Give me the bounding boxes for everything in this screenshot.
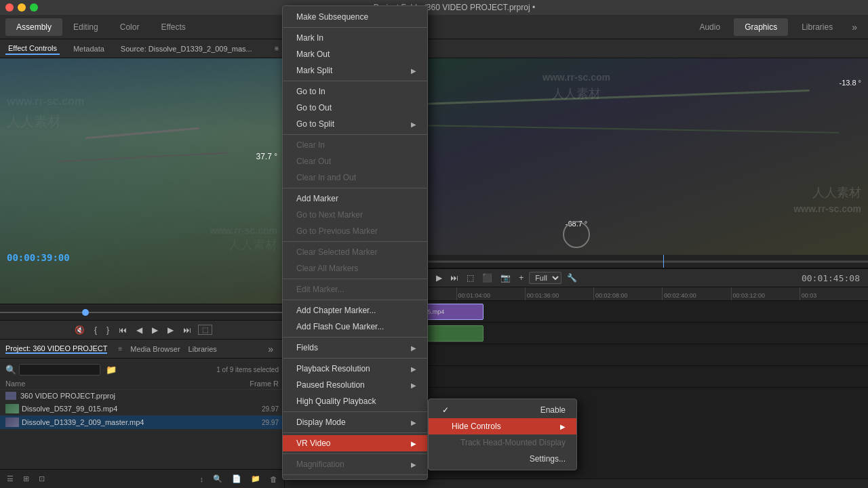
- close-button[interactable]: [5, 3, 14, 12]
- col-name-header: Name: [5, 380, 238, 388]
- source-play-btn[interactable]: ▶: [149, 324, 161, 336]
- project-search-input[interactable]: [19, 364, 100, 375]
- project-list-view[interactable]: ☰: [4, 473, 16, 485]
- source-panel-menu[interactable]: ≡: [275, 45, 279, 52]
- project-freeform-view[interactable]: ⊡: [36, 473, 47, 485]
- source-timeline[interactable]: [0, 304, 284, 320]
- source-insert-btn[interactable]: ⬚: [198, 325, 212, 335]
- source-go-prev-btn[interactable]: ⏮: [116, 324, 130, 336]
- menu-go-to-split[interactable]: Go to Split▶: [283, 116, 427, 132]
- project-file-icon: [5, 392, 16, 400]
- source-panel-header: Effect Controls Metadata Source: Dissolv…: [0, 39, 284, 58]
- ruler-mark-3: 00:01:36:00: [525, 287, 593, 300]
- tab-assembly[interactable]: Assembly: [5, 18, 62, 36]
- menu-make-subsequence[interactable]: Make Subsequence: [283, 9, 427, 25]
- menu-mark-split[interactable]: Mark Split▶: [283, 62, 427, 79]
- menu-display-mode[interactable]: Display Mode▶: [283, 414, 427, 430]
- tab-project[interactable]: Project: 360 VIDEO PROJECT: [5, 344, 107, 354]
- tab-libraries[interactable]: Libraries: [189, 345, 217, 353]
- project-item-name-2: Dissolve_D1339_2_009_master.mp4: [22, 418, 144, 426]
- sequence-scrollbar[interactable]: [285, 479, 868, 488]
- menu-hq-playback[interactable]: High Quality Playback: [283, 393, 427, 409]
- source-timeline-head[interactable]: [82, 309, 89, 316]
- project-menu-btn[interactable]: ≡: [118, 345, 122, 352]
- program-extract-btn[interactable]: ⬛: [479, 272, 495, 284]
- vr-settings-item[interactable]: Settings...: [429, 451, 576, 467]
- maximize-button[interactable]: [30, 3, 38, 12]
- ruler-mark-4: 00:02:08:00: [593, 287, 662, 300]
- project-search-bar: 🔍 📁 1 of 9 items selected: [0, 361, 284, 378]
- project-content: 🔍 📁 1 of 9 items selected Name Frame R 3…: [0, 359, 284, 469]
- project-icon-view[interactable]: ⊞: [20, 473, 32, 485]
- menu-clear-sel-marker: Clear Selected Marker: [283, 244, 427, 260]
- vr-track-hmd-item: Track Head-Mounted Display: [429, 434, 576, 451]
- source-video-monitor: www.rr-sc.com 人人素材 www.rr-sc.com 人人素材 00…: [0, 58, 284, 304]
- tab-media-browser[interactable]: Media Browser: [130, 345, 180, 353]
- menu-add-chapter-marker[interactable]: Add Chapter Marker...: [283, 302, 427, 319]
- program-go-next-btn[interactable]: ⏭: [448, 272, 461, 284]
- tab-graphics[interactable]: Graphics: [734, 18, 788, 36]
- vr-video-submenu: ✓ Enable Hide Controls ▶ Track Head-Moun…: [428, 399, 577, 470]
- vr-hide-controls-item[interactable]: Hide Controls ▶: [429, 418, 576, 434]
- tab-color[interactable]: Color: [109, 18, 151, 36]
- program-export-frame-btn[interactable]: 📷: [498, 272, 513, 284]
- tab-audio[interactable]: Audio: [688, 18, 731, 36]
- col-framerate-header: Frame R: [238, 380, 279, 388]
- menu-go-to-in[interactable]: Go to In: [283, 83, 427, 100]
- menu-fields[interactable]: Fields▶: [283, 340, 427, 356]
- project-sort[interactable]: ↕: [197, 474, 207, 485]
- project-delete[interactable]: 🗑: [267, 474, 280, 485]
- program-step-fwd-btn[interactable]: ▶: [433, 272, 445, 284]
- menu-vr-video[interactable]: VR Video▶: [283, 435, 427, 451]
- menu-paused-res[interactable]: Paused Resolution▶: [283, 377, 427, 393]
- left-panel: Effect Controls Metadata Source: Dissolv…: [0, 39, 285, 488]
- project-new-bin[interactable]: 📁: [106, 365, 117, 375]
- source-mute-btn[interactable]: 🔇: [72, 324, 87, 336]
- tab-effect-controls[interactable]: Effect Controls: [5, 43, 60, 55]
- project-item-prproj[interactable]: 360 VIDEO PROJECT.prproj: [0, 390, 284, 402]
- tab-effects[interactable]: Effects: [150, 18, 196, 36]
- minimize-button[interactable]: [18, 3, 26, 12]
- program-zoom-select[interactable]: Full1/21/4: [529, 272, 561, 284]
- source-video-frame: www.rr-sc.com 人人素材 www.rr-sc.com 人人素材: [0, 58, 284, 304]
- project-zoom[interactable]: 🔍: [210, 473, 225, 485]
- project-new-item[interactable]: 📄: [229, 473, 244, 485]
- project-item-clip2[interactable]: Dissolve_D1339_2_009_master.mp4 29.97: [0, 415, 284, 429]
- project-new-bin-btn[interactable]: 📁: [248, 473, 263, 485]
- source-mark-out-btn[interactable]: }: [104, 324, 112, 336]
- menu-magnification: Magnification▶: [283, 456, 427, 472]
- vr-enable-item[interactable]: ✓ Enable: [429, 402, 576, 418]
- source-mark-in-btn[interactable]: {: [92, 324, 100, 336]
- context-menu: Make Subsequence Mark In Mark Out Mark S…: [282, 5, 428, 480]
- project-item-fps-1: 29.97: [262, 405, 279, 413]
- menu-go-next-marker: Go to Next Marker: [283, 207, 427, 223]
- more-workspaces-button[interactable]: »: [846, 19, 863, 35]
- menu-sep-2: [283, 81, 427, 81]
- source-timecode: 00:00:39:00: [7, 252, 70, 263]
- clip2-thumbnail: [5, 418, 19, 427]
- menu-add-marker[interactable]: Add Marker: [283, 190, 427, 207]
- vr-enable-label: Enable: [540, 405, 566, 415]
- source-step-fwd-btn[interactable]: ▶: [165, 324, 176, 336]
- menu-go-to-out[interactable]: Go to Out: [283, 100, 427, 116]
- menu-safe-margins[interactable]: Safe Margins: [283, 477, 427, 480]
- program-add-btn[interactable]: +: [516, 272, 526, 284]
- tab-libraries[interactable]: Libraries: [791, 18, 844, 36]
- source-step-back-btn[interactable]: ◀: [134, 324, 145, 336]
- tab-editing[interactable]: Editing: [62, 18, 109, 36]
- project-panels-more[interactable]: »: [262, 341, 279, 357]
- source-go-next-btn[interactable]: ⏭: [180, 324, 194, 336]
- program-wrench[interactable]: 🔧: [564, 272, 580, 284]
- project-table-header: Name Frame R: [0, 378, 284, 390]
- project-item-clip1[interactable]: Dissolve_D537_99_015.mp4 29.97: [0, 402, 284, 415]
- tab-metadata[interactable]: Metadata: [71, 43, 107, 54]
- menu-add-flash-marker[interactable]: Add Flash Cue Marker...: [283, 319, 427, 335]
- vr-hide-controls-label: Hide Controls: [452, 422, 501, 431]
- ruler-mark-5: 00:02:40:00: [662, 287, 730, 300]
- menu-mark-in[interactable]: Mark In: [283, 30, 427, 46]
- menu-playback-res[interactable]: Playback Resolution▶: [283, 361, 427, 377]
- menu-mark-out[interactable]: Mark Out: [283, 46, 427, 62]
- vr-track-hmd-label: Track Head-Mounted Display: [460, 438, 566, 447]
- program-lift-btn[interactable]: ⬚: [464, 272, 477, 284]
- project-panel-header: Project: 360 VIDEO PROJECT ≡ Media Brows…: [0, 340, 284, 359]
